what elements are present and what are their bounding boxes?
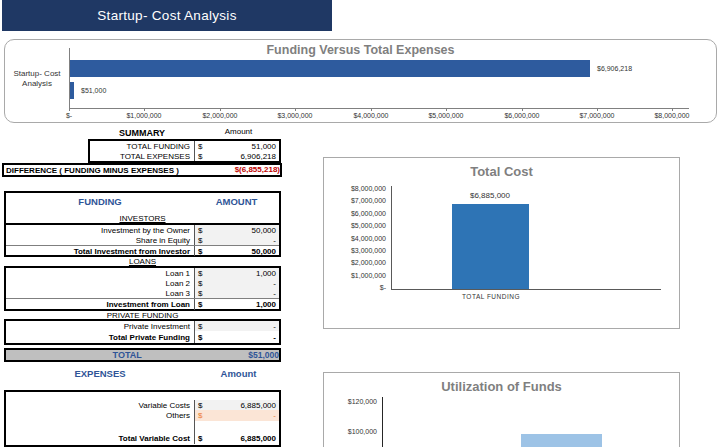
funding-header-cell[interactable]: FUNDING	[6, 196, 194, 207]
row-value[interactable]: 1,000	[256, 300, 276, 309]
funding-total-row[interactable]: TOTAL $51,000	[4, 348, 281, 362]
row-label[interactable]: Variable Costs	[6, 401, 194, 410]
investors-table: Investment by the Owner $50,000 Share in…	[4, 223, 281, 257]
chart-title: Total Cost	[324, 164, 679, 179]
expenses-header-cell[interactable]: EXPENSES	[4, 368, 196, 379]
currency-symbol: $	[198, 333, 202, 342]
row-label[interactable]: Loan 2	[6, 279, 194, 288]
table-row-total[interactable]: Investment from Loan $1,000	[6, 298, 279, 310]
x-tickmark	[672, 108, 673, 111]
summary-title-cell[interactable]: SUMMARY	[88, 128, 196, 138]
row-label[interactable]: Total Investment from Investor	[6, 247, 194, 256]
currency-symbol: $	[198, 226, 202, 235]
table-row[interactable]: Loan 2 $-	[6, 278, 279, 288]
category-label-line2: Analysis	[6, 79, 68, 89]
row-label[interactable]: Investment by the Owner	[6, 226, 194, 235]
utilization-bar[interactable]	[521, 434, 602, 447]
total-cost-bar-label: $6,885,000	[430, 191, 550, 200]
table-row[interactable]: TOTAL EXPENSES $6,906,218	[90, 151, 279, 161]
table-row-blank[interactable]	[6, 421, 279, 432]
table-row[interactable]: Others $-	[6, 410, 279, 421]
row-value[interactable]: 6,885,000	[240, 434, 276, 443]
row-value[interactable]: -	[273, 333, 276, 342]
y-tick-label: $2,000,000	[324, 259, 386, 266]
row-label[interactable]: Others	[6, 411, 194, 420]
row-value[interactable]: -	[273, 236, 276, 245]
x-tick-label: $2,000,000	[202, 112, 237, 119]
x-tickmark	[371, 108, 372, 111]
summary-row-value[interactable]: 6,906,218	[240, 152, 276, 161]
table-row[interactable]: Share in Equity $-	[6, 235, 279, 245]
summary-row-value[interactable]: 51,000	[252, 142, 276, 151]
currency-symbol: $	[198, 401, 202, 410]
table-row[interactable]: TOTAL FUNDING $51,000	[90, 141, 279, 151]
difference-label[interactable]: DIFFERENCE ( FUNDING MINUS EXPENSES )	[4, 166, 235, 175]
loans-section-label[interactable]: LOANS	[4, 257, 281, 266]
funding-vs-expenses-chart[interactable]: Funding Versus Total Expenses Startup- C…	[4, 39, 717, 123]
total-funding-bar[interactable]	[70, 82, 74, 99]
funding-header-box: FUNDING AMOUNT INVESTORS	[4, 191, 281, 223]
currency-symbol: $	[198, 247, 202, 256]
row-value[interactable]: 6,885,000	[240, 401, 276, 410]
difference-value[interactable]: (6,855,218)	[239, 165, 280, 174]
private-funding-table: Private Investment $- Total Private Fund…	[4, 319, 281, 345]
total-cost-bar[interactable]	[452, 204, 529, 289]
summary-row-label[interactable]: TOTAL EXPENSES	[90, 152, 194, 161]
row-label[interactable]: Private Investment	[6, 322, 194, 331]
x-tick-label: $8,000,000	[654, 112, 689, 119]
funding-amount-header-cell[interactable]: AMOUNT	[194, 196, 279, 207]
x-tickmark	[69, 108, 70, 111]
row-label[interactable]: Investment from Loan	[6, 300, 194, 309]
y-tick-label: $-	[324, 284, 386, 291]
row-label[interactable]: Total Private Funding	[6, 333, 194, 342]
table-row[interactable]: Private Investment $-	[6, 321, 279, 331]
y-tick-label: $3,000,000	[324, 247, 386, 254]
x-tick-label: $7,000,000	[579, 112, 614, 119]
y-tick-label: $7,000,000	[324, 197, 386, 204]
x-tickmark	[597, 108, 598, 111]
row-value[interactable]: -	[273, 289, 276, 298]
currency-symbol: $	[198, 269, 202, 278]
y-axis-line	[382, 397, 383, 447]
row-label[interactable]: Loan 1	[6, 269, 194, 278]
table-row[interactable]: Loan 1 $1,000	[6, 268, 279, 278]
currency-symbol: $	[198, 142, 202, 151]
row-value[interactable]: -	[273, 279, 276, 288]
x-tickmark	[522, 108, 523, 111]
total-cost-chart[interactable]: Total Cost $8,000,000 $7,000,000 $6,000,…	[323, 157, 680, 329]
row-label[interactable]: Total Variable Cost	[6, 434, 194, 443]
row-value[interactable]: 1,000	[256, 269, 276, 278]
table-row-total[interactable]: Total Variable Cost $6,885,000	[6, 432, 279, 444]
table-row[interactable]: Investment by the Owner $50,000	[6, 225, 279, 235]
table-row[interactable]: Loan 3 $-	[6, 288, 279, 298]
summary-table: TOTAL FUNDING $51,000 TOTAL EXPENSES $6,…	[88, 139, 281, 163]
total-expenses-bar[interactable]	[70, 60, 590, 77]
x-axis-line	[391, 289, 661, 290]
row-value[interactable]: -	[273, 322, 276, 331]
funding-total-value[interactable]: 51,000	[253, 350, 279, 360]
currency-symbol: $	[198, 411, 202, 420]
table-row-total[interactable]: Total Private Funding $-	[6, 331, 279, 343]
table-row[interactable]: Variable Costs $6,885,000	[6, 400, 279, 410]
currency-symbol: $	[198, 322, 202, 331]
table-row-total[interactable]: Total Investment from Investor $50,000	[6, 245, 279, 256]
summary-row-label[interactable]: TOTAL FUNDING	[90, 142, 194, 151]
row-label[interactable]: Loan 3	[6, 289, 194, 298]
utilization-of-funds-chart[interactable]: Utilization of Funds $120,000 $100,000	[323, 372, 680, 447]
difference-row[interactable]: DIFFERENCE ( FUNDING MINUS EXPENSES ) $(…	[2, 163, 282, 177]
funding-total-label[interactable]: TOTAL	[6, 350, 248, 360]
x-tick-label: $5,000,000	[428, 112, 463, 119]
currency-symbol: $	[198, 289, 202, 298]
x-tick-label: $3,000,000	[277, 112, 312, 119]
row-label[interactable]: Share in Equity	[6, 236, 194, 245]
investors-section-label[interactable]: INVESTORS	[6, 214, 279, 223]
row-value[interactable]: 50,000	[252, 247, 276, 256]
y-tick-label: $1,000,000	[324, 272, 386, 279]
row-value[interactable]: 50,000	[252, 226, 276, 235]
category-label-line1: Startup- Cost	[6, 69, 68, 79]
expenses-amount-header-cell[interactable]: Amount	[196, 368, 281, 379]
summary-amount-header-cell[interactable]: Amount	[196, 127, 281, 136]
row-value[interactable]: -	[273, 411, 276, 420]
x-tick-label: $4,000,000	[353, 112, 388, 119]
y-tick-label: $5,000,000	[324, 222, 386, 229]
